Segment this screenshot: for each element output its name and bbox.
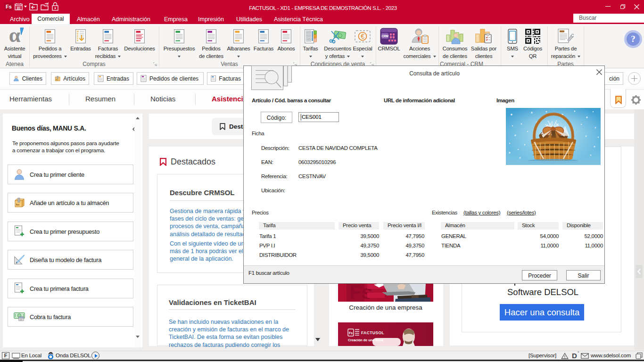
svg-text:FACTUSOL: FACTUSOL (361, 330, 384, 335)
svg-text:€: € (361, 33, 364, 40)
svg-text:CRM: CRM (381, 34, 388, 38)
svg-text:Fs: Fs (349, 331, 353, 335)
svg-text:Creación de una ficha: Creación de una ficha (348, 338, 384, 342)
